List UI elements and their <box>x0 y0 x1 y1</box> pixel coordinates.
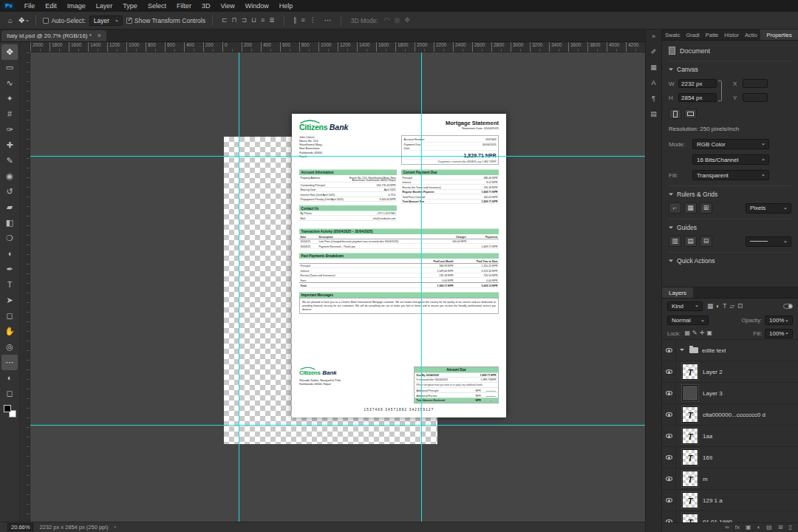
menu-item[interactable]: Edit <box>40 0 62 12</box>
layer-row[interactable]: Layer 2 <box>662 361 798 383</box>
distribute-spacing-icon[interactable]: ⋮ <box>307 17 318 24</box>
ruler-units-select[interactable]: Pixels <box>746 203 791 214</box>
align-horizontal-centers-icon[interactable]: ⊓ <box>229 17 239 24</box>
quick-mask-icon[interactable]: ◐ <box>1 370 18 386</box>
magic-wand-tool[interactable]: ✦ <box>1 91 18 106</box>
visibility-toggle-icon[interactable] <box>662 490 676 511</box>
bit-depth-select[interactable]: 16 Bits/Channel <box>692 154 769 165</box>
visibility-toggle-icon[interactable] <box>662 340 676 361</box>
foreground-color-swatch[interactable] <box>4 405 11 412</box>
auto-select-target-select[interactable]: Layer <box>89 16 123 26</box>
new-group-icon[interactable]: ▤ <box>766 525 772 531</box>
visibility-toggle-icon[interactable] <box>662 404 676 425</box>
align-top-edges-icon[interactable]: ⊔ <box>249 17 259 24</box>
layer-row[interactable]: edite text <box>662 340 798 361</box>
landscape-orientation-button[interactable] <box>684 109 697 119</box>
layer-filter-toggle[interactable] <box>783 304 793 309</box>
layer-row[interactable]: m <box>662 468 798 490</box>
path-selection-tool[interactable]: ➤ <box>1 293 18 308</box>
distribute-vertically-icon[interactable]: ≡ <box>299 17 307 24</box>
lock-guides-icon[interactable]: ▤ <box>684 236 697 247</box>
close-tab-icon[interactable]: × <box>98 33 101 39</box>
menu-item[interactable]: Image <box>62 0 91 12</box>
screen-mode-icon[interactable]: ◻ <box>1 386 18 401</box>
visibility-toggle-icon[interactable] <box>662 447 676 468</box>
menu-item[interactable]: Help <box>274 0 299 12</box>
visibility-toggle-icon[interactable] <box>662 383 676 403</box>
canvas-x-input[interactable] <box>743 79 768 88</box>
color-mode-select[interactable]: RGB Color <box>692 139 769 149</box>
marquee-tool[interactable]: ▭ <box>1 60 18 75</box>
fill-input[interactable]: 100% <box>765 329 793 338</box>
character-panel-icon[interactable]: A <box>651 80 655 86</box>
move-tool[interactable]: ✥ <box>1 44 18 60</box>
color-swatches[interactable] <box>4 405 16 417</box>
distribute-horizontally-icon[interactable]: ∥ <box>291 17 299 24</box>
status-caret-icon[interactable]: › <box>114 524 116 531</box>
adjustment-layer-icon[interactable]: ◐ <box>757 525 760 531</box>
new-guide-layout-icon[interactable]: ▥ <box>669 236 681 247</box>
panel-tab[interactable]: Patte <box>703 30 722 40</box>
menu-item[interactable]: 3D <box>197 0 216 12</box>
panel-tab[interactable]: Swatc <box>662 30 683 40</box>
visibility-toggle-icon[interactable] <box>662 468 676 489</box>
link-layers-icon[interactable]: ∞ <box>725 525 729 531</box>
layer-row[interactable]: 169 <box>662 447 798 468</box>
history-brush-tool[interactable]: ↺ <box>1 184 18 200</box>
horizontal-ruler[interactable]: 2000180016001400120010008006004002000200… <box>30 42 645 52</box>
menu-item[interactable]: Window <box>240 0 274 12</box>
layer-filter-select[interactable]: Kind <box>667 301 703 311</box>
filter-shape-layers-icon[interactable]: ▱ <box>728 303 736 310</box>
auto-select-checkbox[interactable]: Auto-Select: <box>43 17 85 24</box>
menu-item[interactable]: File <box>19 0 41 12</box>
toggle-grid-icon[interactable]: ▦ <box>684 202 697 214</box>
menu-item[interactable]: Type <box>117 0 143 12</box>
layer-effects-icon[interactable]: fx <box>735 525 740 531</box>
align-bottom-edges-icon[interactable]: ≣ <box>267 17 277 24</box>
dodge-tool[interactable]: ◖ <box>1 246 18 262</box>
guide-horizontal[interactable] <box>30 425 645 426</box>
shape-tool[interactable]: ◻ <box>1 308 18 324</box>
visibility-toggle-icon[interactable] <box>662 511 676 522</box>
lock-position-icon[interactable]: ✛ <box>698 330 706 336</box>
panel-tab[interactable]: Histor <box>721 30 742 40</box>
healing-brush-tool[interactable]: ✚ <box>1 137 18 153</box>
libraries-panel-icon[interactable]: ▤ <box>650 111 657 117</box>
pen-tool[interactable]: ✒ <box>1 262 18 277</box>
more-options-icon[interactable]: ⋯ <box>322 17 334 24</box>
vertical-ruler[interactable] <box>20 52 30 522</box>
blur-tool[interactable]: ❍ <box>1 231 18 246</box>
panel-tab-properties[interactable]: Properties <box>760 30 798 40</box>
panel-tab[interactable]: Actio <box>742 30 760 40</box>
guide-vertical[interactable] <box>239 52 239 522</box>
visibility-toggle-icon[interactable] <box>662 361 676 382</box>
canvas-width-input[interactable]: 2232 px <box>678 79 717 88</box>
link-dimensions-icon[interactable] <box>718 81 722 101</box>
layers-panel-tab[interactable]: Layers <box>662 287 693 298</box>
crop-tool[interactable]: # <box>1 106 18 122</box>
eyedropper-tool[interactable]: ✑ <box>1 122 18 137</box>
guide-style-select[interactable] <box>746 236 791 247</box>
new-layer-icon[interactable]: ⊞ <box>778 525 783 531</box>
delete-layer-icon[interactable]: ▯ <box>789 525 792 531</box>
blend-mode-select[interactable]: Normal <box>667 316 709 325</box>
lasso-tool[interactable]: ∿ <box>1 75 18 91</box>
canvas-fill-select[interactable]: Transparent <box>692 170 769 180</box>
opacity-input[interactable]: 100% <box>765 316 793 325</box>
paragraph-panel-icon[interactable]: ¶ <box>652 95 655 102</box>
filter-adjustment-layers-icon[interactable]: ◐ <box>715 303 721 310</box>
lock-transparency-icon[interactable]: ▦ <box>683 330 692 336</box>
gradient-tool[interactable]: ◧ <box>1 215 18 231</box>
layer-row[interactable]: cita000000...ccccccc0 d <box>662 404 798 426</box>
guide-vertical[interactable] <box>421 52 422 522</box>
canvas-height-input[interactable]: 2854 px <box>678 93 717 102</box>
eraser-tool[interactable]: ▰ <box>1 200 18 215</box>
lock-all-icon[interactable]: ▣ <box>706 330 714 336</box>
quick-actions-section-header[interactable]: Quick Actions <box>669 252 791 269</box>
layer-row[interactable]: 129 1 a <box>662 490 798 511</box>
canvas-section-header[interactable]: Canvas <box>669 61 791 78</box>
expand-group-icon[interactable] <box>680 349 684 353</box>
swatches-panel-icon[interactable]: ▦ <box>650 64 657 71</box>
filter-pixel-layers-icon[interactable]: ▦ <box>706 303 715 310</box>
snap-icon[interactable]: ⊞ <box>700 202 712 214</box>
